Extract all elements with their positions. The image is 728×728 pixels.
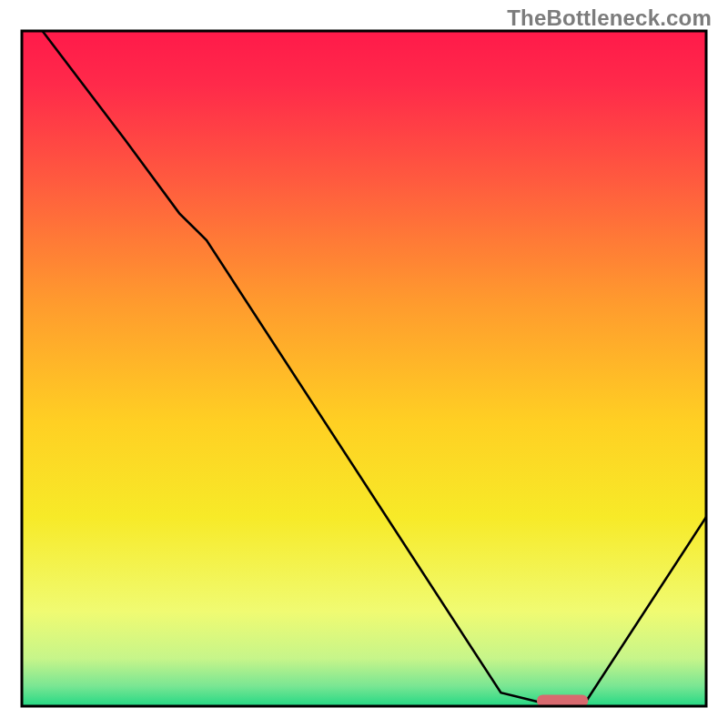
bottleneck-chart-container: TheBottleneck.com bbox=[0, 0, 728, 728]
chart-background-gradient bbox=[22, 31, 706, 706]
watermark-text: TheBottleneck.com bbox=[507, 5, 712, 31]
chart-svg bbox=[0, 0, 728, 728]
